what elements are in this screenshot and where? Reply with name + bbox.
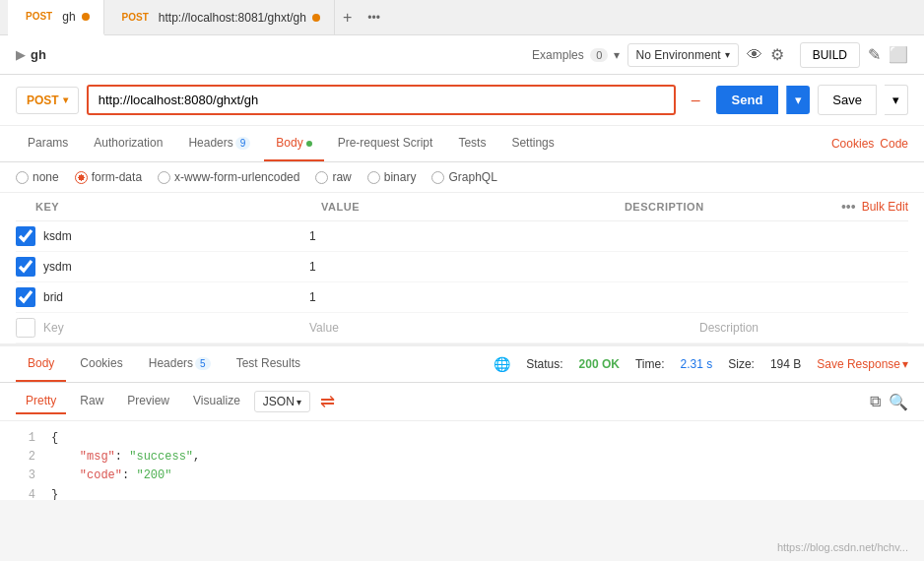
tab-post-gh[interactable]: POST gh xyxy=(8,0,104,35)
row-key-input-4[interactable] xyxy=(35,317,301,339)
code-link[interactable]: Code xyxy=(880,137,908,151)
tab-settings[interactable]: Settings xyxy=(499,126,565,161)
row-value-input-3[interactable] xyxy=(301,286,692,308)
edit-icon[interactable]: ✎ xyxy=(868,45,881,64)
copy-icon[interactable]: ⬜ xyxy=(889,45,908,64)
env-chevron-icon: ▾ xyxy=(725,49,730,60)
send-button[interactable]: Send xyxy=(716,86,779,114)
table-row xyxy=(16,221,908,252)
resp-tab-test-results[interactable]: Test Results xyxy=(225,346,312,382)
tab-pre-request[interactable]: Pre-request Script xyxy=(326,126,445,161)
row-desc-input-2[interactable] xyxy=(692,256,908,278)
code-line-4: 4 } xyxy=(16,486,908,500)
row-checkbox-3[interactable] xyxy=(16,287,35,307)
code-line-3: 3 "code": "200" xyxy=(16,467,908,485)
fmt-tab-visualize[interactable]: Visualize xyxy=(183,389,250,414)
url-bar: POST ▾ – Send ▾ Save ▾ xyxy=(0,75,924,126)
row-value-input-1[interactable] xyxy=(301,225,692,247)
response-tabs: Body Cookies Headers5 Test Results 🌐 Sta… xyxy=(0,346,924,383)
body-type-form-data[interactable]: form-data xyxy=(75,170,142,184)
env-action-icons: 👁 ⚙ xyxy=(747,45,784,64)
radio-raw xyxy=(315,171,328,184)
resp-tab-cookies[interactable]: Cookies xyxy=(68,346,134,382)
time-label: Time: xyxy=(635,357,665,371)
resp-tab-headers[interactable]: Headers5 xyxy=(137,346,223,382)
status-label: Status: xyxy=(526,357,562,371)
fmt-tab-pretty[interactable]: Pretty xyxy=(16,389,66,414)
more-tabs-button[interactable]: ••• xyxy=(360,7,388,29)
save-dropdown-button[interactable]: ▾ xyxy=(885,85,908,115)
wrap-button[interactable]: ⇌ xyxy=(314,389,341,414)
build-button[interactable]: BUILD xyxy=(800,42,860,68)
row-key-input-1[interactable] xyxy=(35,225,301,247)
code-line-2: 2 "msg": "success", xyxy=(16,448,908,467)
tab-headers[interactable]: Headers9 xyxy=(176,126,262,161)
fmt-tab-preview[interactable]: Preview xyxy=(117,389,179,414)
resp-tab-body[interactable]: Body xyxy=(16,346,66,382)
tab-indicator-2 xyxy=(312,14,320,22)
radio-binary xyxy=(367,171,380,184)
tab-post-ghxt[interactable]: POST http://localhost:8081/ghxt/gh xyxy=(104,0,335,35)
headers-badge: 9 xyxy=(235,137,251,150)
watermark: https://blog.csdn.net/hchv... xyxy=(777,541,908,553)
row-checkbox-4[interactable] xyxy=(16,318,35,338)
method-label: POST xyxy=(27,94,59,107)
table-row-placeholder xyxy=(16,313,908,343)
row-key-input-3[interactable] xyxy=(35,286,301,308)
eye-icon[interactable]: 👁 xyxy=(747,46,762,64)
cookies-link[interactable]: Cookies xyxy=(831,137,874,151)
row-checkbox-2[interactable] xyxy=(16,257,35,277)
url-input[interactable] xyxy=(87,85,676,115)
response-toolbar: Pretty Raw Preview Visualize JSON ▾ ⇌ ⧉ … xyxy=(0,383,924,421)
resp-toolbar-actions: ⧉ 🔍 xyxy=(870,393,908,411)
row-desc-input-4[interactable] xyxy=(692,317,908,339)
copy-response-button[interactable]: ⧉ xyxy=(870,393,881,410)
radio-none xyxy=(16,171,29,184)
save-response-button[interactable]: Save Response ▾ xyxy=(817,357,908,371)
save-button[interactable]: Save xyxy=(818,85,877,115)
row-key-input-2[interactable] xyxy=(35,256,301,278)
request-name: ▶ gh xyxy=(16,47,46,62)
row-value-input-4[interactable] xyxy=(301,317,692,339)
body-type-graphql[interactable]: GraphQL xyxy=(431,170,496,184)
body-type-raw[interactable]: raw xyxy=(315,170,351,184)
send-dropdown-button[interactable]: ▾ xyxy=(786,86,810,114)
status-value: 200 OK xyxy=(579,357,620,371)
col-desc-header: DESCRIPTION xyxy=(625,201,841,213)
body-type-binary[interactable]: binary xyxy=(367,170,417,184)
row-desc-input-1[interactable] xyxy=(692,225,908,247)
row-desc-input-3[interactable] xyxy=(692,286,908,308)
radio-graphql xyxy=(431,171,444,184)
method-chevron-icon: ▾ xyxy=(63,94,68,105)
json-format-selector[interactable]: JSON ▾ xyxy=(254,391,310,412)
table-more-icon[interactable]: ••• xyxy=(841,199,856,215)
settings-icon[interactable]: ⚙ xyxy=(770,45,784,64)
code-line-1: 1 { xyxy=(16,429,908,448)
table-row xyxy=(16,252,908,282)
time-value: 2.31 s xyxy=(681,357,713,371)
table-header: KEY VALUE DESCRIPTION ••• Bulk Edit xyxy=(16,193,908,221)
size-label: Size: xyxy=(728,357,755,371)
examples-label: Examples 0 ▾ xyxy=(532,48,620,62)
col-value-header: VALUE xyxy=(321,201,625,213)
fmt-tab-raw[interactable]: Raw xyxy=(70,389,113,414)
tab-authorization[interactable]: Authorization xyxy=(82,126,174,161)
search-response-button[interactable]: 🔍 xyxy=(889,393,908,411)
tab-indicator xyxy=(82,13,90,21)
method-selector[interactable]: POST ▾ xyxy=(16,87,79,114)
body-type-none[interactable]: none xyxy=(16,170,59,184)
bulk-edit-button[interactable]: Bulk Edit xyxy=(862,200,908,214)
row-checkbox-1[interactable] xyxy=(16,226,35,246)
tab-params[interactable]: Params xyxy=(16,126,80,161)
tab-method-badge: POST xyxy=(22,10,56,23)
url-indicator: – xyxy=(684,92,708,109)
row-value-input-2[interactable] xyxy=(301,256,692,278)
environment-selector[interactable]: No Environment ▾ xyxy=(627,43,739,67)
tab-tests[interactable]: Tests xyxy=(446,126,497,161)
tab-body[interactable]: Body xyxy=(264,126,323,161)
json-chevron-icon: ▾ xyxy=(297,397,301,407)
add-tab-button[interactable]: + xyxy=(335,5,360,31)
tab-bar: POST gh POST http://localhost:8081/ghxt/… xyxy=(0,0,924,35)
response-status-bar: 🌐 Status: 200 OK Time: 2.31 s Size: 194 … xyxy=(494,356,908,372)
body-type-urlencoded[interactable]: x-www-form-urlencoded xyxy=(158,170,299,184)
